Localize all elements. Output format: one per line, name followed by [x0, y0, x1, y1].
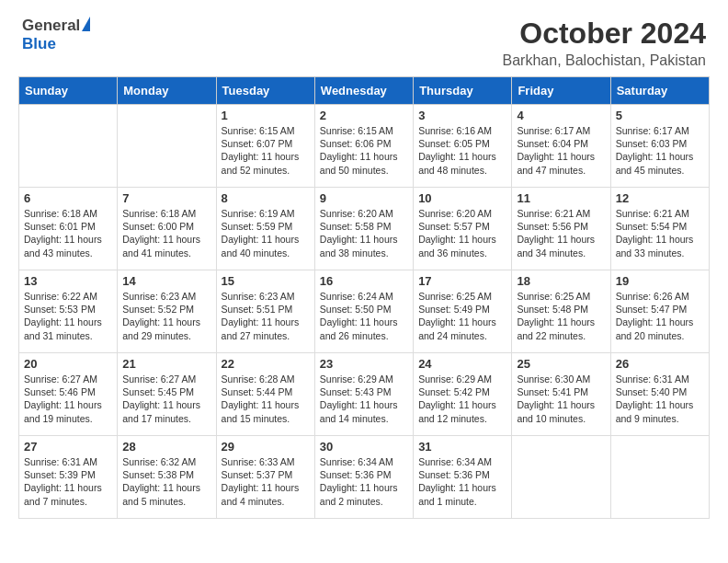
day-number: 6	[24, 191, 112, 205]
day-number: 12	[616, 191, 704, 205]
calendar-cell: 1Sunrise: 6:15 AM Sunset: 6:07 PM Daylig…	[216, 105, 314, 188]
calendar-cell: 24Sunrise: 6:29 AM Sunset: 5:42 PM Dayli…	[414, 353, 512, 436]
calendar-cell: 26Sunrise: 6:31 AM Sunset: 5:40 PM Dayli…	[610, 353, 709, 436]
day-number: 14	[122, 274, 210, 288]
calendar-cell: 6Sunrise: 6:18 AM Sunset: 6:01 PM Daylig…	[19, 188, 118, 270]
logo-blue: Blue	[22, 35, 56, 52]
day-number: 20	[24, 357, 112, 371]
calendar-cell: 14Sunrise: 6:23 AM Sunset: 5:52 PM Dayli…	[118, 270, 216, 353]
day-number: 10	[418, 191, 506, 205]
calendar-cell: 23Sunrise: 6:29 AM Sunset: 5:43 PM Dayli…	[314, 353, 413, 436]
day-info: Sunrise: 6:29 AM Sunset: 5:42 PM Dayligh…	[418, 373, 506, 425]
calendar-cell: 3Sunrise: 6:16 AM Sunset: 6:05 PM Daylig…	[414, 105, 512, 188]
day-number: 21	[122, 357, 210, 371]
day-info: Sunrise: 6:23 AM Sunset: 5:52 PM Dayligh…	[122, 290, 210, 342]
day-info: Sunrise: 6:34 AM Sunset: 5:36 PM Dayligh…	[418, 455, 506, 508]
day-info: Sunrise: 6:27 AM Sunset: 5:45 PM Dayligh…	[122, 373, 210, 425]
day-number: 31	[418, 440, 506, 454]
month-title: October 2024	[503, 17, 706, 51]
day-info: Sunrise: 6:26 AM Sunset: 5:47 PM Dayligh…	[616, 290, 704, 342]
calendar-header-row: SundayMondayTuesdayWednesdayThursdayFrid…	[19, 77, 710, 105]
day-number: 3	[418, 109, 506, 122]
day-number: 28	[122, 440, 210, 454]
day-info: Sunrise: 6:30 AM Sunset: 5:41 PM Dayligh…	[517, 373, 605, 425]
calendar-cell	[512, 436, 610, 519]
calendar-header-sunday: Sunday	[19, 77, 118, 105]
day-number: 23	[320, 357, 408, 371]
day-info: Sunrise: 6:21 AM Sunset: 5:54 PM Dayligh…	[616, 207, 704, 259]
day-info: Sunrise: 6:17 AM Sunset: 6:04 PM Dayligh…	[517, 124, 605, 177]
calendar-cell: 9Sunrise: 6:20 AM Sunset: 5:58 PM Daylig…	[314, 188, 413, 270]
calendar-week-row: 20Sunrise: 6:27 AM Sunset: 5:46 PM Dayli…	[19, 353, 710, 436]
logo: General Blue	[22, 17, 90, 53]
calendar-cell: 21Sunrise: 6:27 AM Sunset: 5:45 PM Dayli…	[118, 353, 216, 436]
title-block: October 2024 Barkhan, Balochistan, Pakis…	[503, 17, 706, 69]
day-number: 26	[616, 357, 704, 371]
day-number: 22	[222, 357, 310, 371]
day-info: Sunrise: 6:31 AM Sunset: 5:39 PM Dayligh…	[24, 455, 112, 508]
day-number: 2	[320, 109, 408, 122]
day-number: 30	[320, 440, 408, 454]
calendar-header-friday: Friday	[512, 77, 610, 105]
calendar-cell: 5Sunrise: 6:17 AM Sunset: 6:03 PM Daylig…	[610, 105, 709, 188]
day-number: 9	[320, 191, 408, 205]
calendar-cell: 13Sunrise: 6:22 AM Sunset: 5:53 PM Dayli…	[19, 270, 118, 353]
logo-triangle-icon	[82, 17, 90, 31]
calendar-week-row: 6Sunrise: 6:18 AM Sunset: 6:01 PM Daylig…	[19, 188, 710, 270]
day-number: 8	[222, 191, 310, 205]
day-info: Sunrise: 6:27 AM Sunset: 5:46 PM Dayligh…	[24, 373, 112, 425]
day-info: Sunrise: 6:20 AM Sunset: 5:57 PM Dayligh…	[418, 207, 506, 259]
day-number: 15	[222, 274, 310, 288]
day-number: 17	[418, 274, 506, 288]
calendar-header-thursday: Thursday	[414, 77, 512, 105]
calendar-header-monday: Monday	[118, 77, 216, 105]
calendar-cell: 8Sunrise: 6:19 AM Sunset: 5:59 PM Daylig…	[216, 188, 314, 270]
calendar-cell: 25Sunrise: 6:30 AM Sunset: 5:41 PM Dayli…	[512, 353, 610, 436]
day-number: 24	[418, 357, 506, 371]
day-number: 16	[320, 274, 408, 288]
calendar-table: SundayMondayTuesdayWednesdayThursdayFrid…	[18, 76, 710, 519]
day-number: 4	[517, 109, 605, 122]
calendar-wrapper: SundayMondayTuesdayWednesdayThursdayFrid…	[0, 76, 728, 528]
calendar-cell: 12Sunrise: 6:21 AM Sunset: 5:54 PM Dayli…	[610, 188, 709, 270]
calendar-cell: 17Sunrise: 6:25 AM Sunset: 5:49 PM Dayli…	[414, 270, 512, 353]
calendar-cell	[118, 105, 216, 188]
day-info: Sunrise: 6:31 AM Sunset: 5:40 PM Dayligh…	[616, 373, 704, 425]
day-info: Sunrise: 6:23 AM Sunset: 5:51 PM Dayligh…	[222, 290, 310, 342]
day-info: Sunrise: 6:28 AM Sunset: 5:44 PM Dayligh…	[222, 373, 310, 425]
day-number: 11	[517, 191, 605, 205]
day-info: Sunrise: 6:25 AM Sunset: 5:48 PM Dayligh…	[517, 290, 605, 342]
day-info: Sunrise: 6:20 AM Sunset: 5:58 PM Dayligh…	[320, 207, 408, 259]
calendar-cell: 19Sunrise: 6:26 AM Sunset: 5:47 PM Dayli…	[610, 270, 709, 353]
day-number: 29	[222, 440, 310, 454]
day-number: 5	[616, 109, 704, 122]
calendar-cell: 4Sunrise: 6:17 AM Sunset: 6:04 PM Daylig…	[512, 105, 610, 188]
calendar-cell	[610, 436, 709, 519]
day-info: Sunrise: 6:18 AM Sunset: 6:00 PM Dayligh…	[122, 207, 210, 259]
calendar-cell: 28Sunrise: 6:32 AM Sunset: 5:38 PM Dayli…	[118, 436, 216, 519]
calendar-cell: 31Sunrise: 6:34 AM Sunset: 5:36 PM Dayli…	[414, 436, 512, 519]
calendar-week-row: 13Sunrise: 6:22 AM Sunset: 5:53 PM Dayli…	[19, 270, 710, 353]
day-info: Sunrise: 6:34 AM Sunset: 5:36 PM Dayligh…	[320, 455, 408, 508]
day-number: 7	[122, 191, 210, 205]
calendar-cell	[19, 105, 118, 188]
calendar-cell: 30Sunrise: 6:34 AM Sunset: 5:36 PM Dayli…	[314, 436, 413, 519]
day-info: Sunrise: 6:17 AM Sunset: 6:03 PM Dayligh…	[616, 124, 704, 177]
day-info: Sunrise: 6:33 AM Sunset: 5:37 PM Dayligh…	[222, 455, 310, 508]
calendar-cell: 10Sunrise: 6:20 AM Sunset: 5:57 PM Dayli…	[414, 188, 512, 270]
day-info: Sunrise: 6:18 AM Sunset: 6:01 PM Dayligh…	[24, 207, 112, 259]
calendar-cell: 2Sunrise: 6:15 AM Sunset: 6:06 PM Daylig…	[314, 105, 413, 188]
calendar-cell: 16Sunrise: 6:24 AM Sunset: 5:50 PM Dayli…	[314, 270, 413, 353]
page-header: General Blue October 2024 Barkhan, Baloc…	[0, 0, 728, 76]
calendar-header-tuesday: Tuesday	[216, 77, 314, 105]
calendar-header-saturday: Saturday	[610, 77, 709, 105]
calendar-week-row: 27Sunrise: 6:31 AM Sunset: 5:39 PM Dayli…	[19, 436, 710, 519]
day-info: Sunrise: 6:19 AM Sunset: 5:59 PM Dayligh…	[222, 207, 310, 259]
calendar-header-wednesday: Wednesday	[314, 77, 413, 105]
day-info: Sunrise: 6:15 AM Sunset: 6:07 PM Dayligh…	[222, 124, 310, 177]
calendar-week-row: 1Sunrise: 6:15 AM Sunset: 6:07 PM Daylig…	[19, 105, 710, 188]
calendar-cell: 18Sunrise: 6:25 AM Sunset: 5:48 PM Dayli…	[512, 270, 610, 353]
calendar-cell: 7Sunrise: 6:18 AM Sunset: 6:00 PM Daylig…	[118, 188, 216, 270]
day-info: Sunrise: 6:21 AM Sunset: 5:56 PM Dayligh…	[517, 207, 605, 259]
logo-general: General	[22, 17, 80, 35]
